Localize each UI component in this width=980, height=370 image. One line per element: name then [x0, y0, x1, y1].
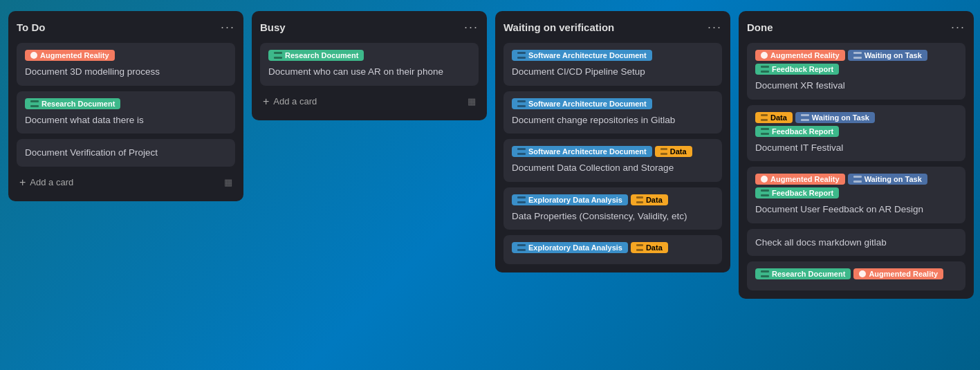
card-title: Document IT Festival	[755, 141, 957, 155]
label-ar[interactable]: Augmented Reality	[755, 174, 845, 185]
card-labels: Exploratory Data Analysis Data	[512, 242, 714, 253]
label-feedback[interactable]: Feedback Report	[755, 64, 839, 75]
card-labels: Research Document Augmented Reality	[755, 268, 957, 279]
card-labels: Software Architecture Document	[512, 50, 714, 61]
column-header: Done···	[747, 19, 965, 37]
column-menu-button[interactable]: ···	[221, 21, 235, 33]
column-title: To Do	[17, 21, 45, 33]
card[interactable]: Software Architecture DocumentDocument C…	[503, 43, 722, 86]
card-labels: Research Document	[268, 50, 470, 61]
column-menu-button[interactable]: ···	[708, 21, 722, 33]
card[interactable]: Document Verification of Project	[17, 139, 235, 167]
label-research[interactable]: Research Document	[25, 98, 120, 109]
card-title: Document Verification of Project	[25, 146, 227, 160]
card-labels: Augmented Reality Waiting on Task Feedba…	[755, 50, 957, 75]
label-research[interactable]: Research Document	[755, 268, 851, 279]
label-waiting[interactable]: Waiting on Task	[848, 50, 927, 61]
card-title: Document change repositories in Gitlab	[512, 113, 714, 127]
card[interactable]: Exploratory Data Analysis DataData Prope…	[503, 187, 722, 230]
card-labels: Augmented Reality	[25, 50, 227, 61]
column-menu-button[interactable]: ···	[951, 21, 965, 33]
add-card-button[interactable]: +Add a card▦	[260, 91, 479, 112]
card-labels: Research Document	[25, 98, 227, 109]
column-title: Waiting on verification	[503, 21, 614, 33]
card[interactable]: Data Waiting on Task Feedback ReportDocu…	[747, 105, 965, 162]
card-title: Data Properties (Consistency, Validity, …	[512, 210, 714, 223]
plus-icon: +	[263, 95, 269, 108]
card[interactable]: Augmented RealityDocument 3D modelling p…	[17, 43, 235, 86]
label-data[interactable]: Data	[631, 242, 668, 253]
add-card-left: +Add a card	[19, 176, 73, 189]
label-waiting[interactable]: Waiting on Task	[795, 112, 875, 123]
card-title: Document XR festival	[755, 79, 957, 93]
card-title: Check all docs markdown gitlab	[755, 236, 957, 250]
label-waiting[interactable]: Waiting on Task	[848, 174, 927, 185]
plus-icon: +	[19, 176, 26, 189]
card-labels: Augmented Reality Waiting on Task Feedba…	[755, 174, 957, 198]
label-exploratory[interactable]: Exploratory Data Analysis	[512, 242, 628, 253]
add-card-label: Add a card	[273, 96, 317, 107]
column-title: Busy	[260, 21, 286, 33]
column-done: Done··· Augmented Reality Waiting on Tas…	[739, 11, 974, 299]
card-labels: Software Architecture Document Data	[512, 146, 714, 157]
copy-icon: ▦	[224, 177, 232, 187]
board: To Do··· Augmented RealityDocument 3D mo…	[0, 0, 980, 370]
label-ar[interactable]: Augmented Reality	[25, 50, 115, 61]
card-labels: Software Architecture Document	[512, 98, 714, 109]
card-labels: Data Waiting on Task Feedback Report	[755, 112, 957, 137]
label-software[interactable]: Software Architecture Document	[512, 146, 652, 157]
copy-icon: ▦	[468, 96, 476, 107]
card[interactable]: Check all docs markdown gitlab	[747, 229, 965, 257]
label-software[interactable]: Software Architecture Document	[512, 98, 652, 109]
card[interactable]: Exploratory Data Analysis Data	[503, 235, 722, 264]
column-title: Done	[747, 21, 773, 33]
card-title: Document who can use AR on their phone	[268, 65, 470, 79]
label-data[interactable]: Data	[655, 146, 692, 157]
add-card-label: Add a card	[30, 177, 73, 187]
card[interactable]: Research DocumentDocument what data ther…	[17, 91, 235, 134]
card[interactable]: Software Architecture DocumentDocument c…	[503, 91, 722, 134]
card[interactable]: Software Architecture Document DataDocum…	[503, 139, 722, 182]
card-title: Document what data there is	[25, 113, 227, 127]
card[interactable]: Augmented Reality Waiting on Task Feedba…	[747, 167, 965, 223]
column-menu-button[interactable]: ···	[464, 21, 479, 33]
column-header: Waiting on verification···	[503, 19, 722, 37]
label-feedback[interactable]: Feedback Report	[755, 187, 839, 198]
card-labels: Exploratory Data Analysis Data	[512, 194, 714, 205]
column-header: To Do···	[17, 19, 235, 37]
column-busy: Busy··· Research DocumentDocument who ca…	[252, 11, 487, 120]
add-card-button[interactable]: +Add a card▦	[17, 172, 235, 193]
label-research[interactable]: Research Document	[268, 50, 364, 61]
label-software[interactable]: Software Architecture Document	[512, 50, 652, 61]
label-exploratory[interactable]: Exploratory Data Analysis	[512, 194, 628, 205]
card[interactable]: Research DocumentDocument who can use AR…	[260, 43, 479, 86]
card[interactable]: Research Document Augmented Reality	[747, 261, 965, 290]
column-waiting: Waiting on verification··· Software Arch…	[495, 11, 730, 272]
card-title: Document 3D modelling process	[25, 65, 227, 79]
column-todo: To Do··· Augmented RealityDocument 3D mo…	[8, 11, 243, 201]
label-data[interactable]: Data	[755, 112, 793, 123]
add-card-left: +Add a card	[263, 95, 317, 108]
label-ar[interactable]: Augmented Reality	[853, 268, 943, 279]
card-title: Document User Feedback on AR Design	[755, 203, 957, 216]
card-title: Document CI/CD Pipeline Setup	[512, 65, 714, 79]
label-ar[interactable]: Augmented Reality	[755, 50, 845, 61]
card-title: Document Data Collection and Storage	[512, 161, 714, 175]
label-data[interactable]: Data	[631, 194, 668, 205]
label-feedback[interactable]: Feedback Report	[755, 126, 839, 137]
card[interactable]: Augmented Reality Waiting on Task Feedba…	[747, 43, 965, 100]
column-header: Busy···	[260, 19, 479, 37]
